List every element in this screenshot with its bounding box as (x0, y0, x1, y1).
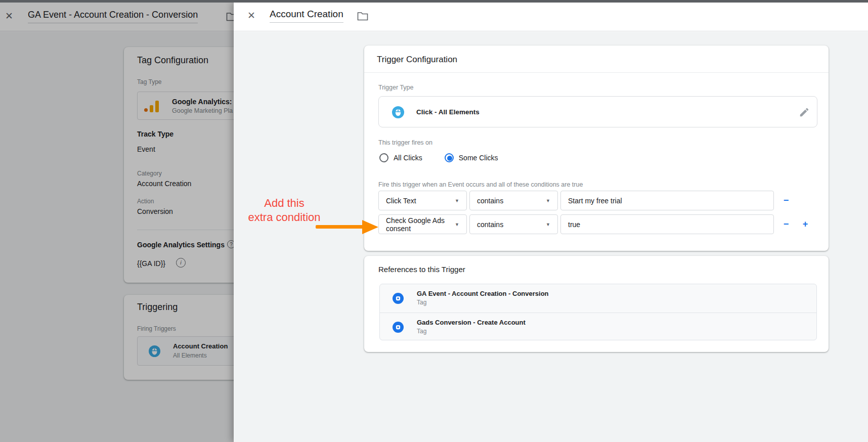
chevron-down-icon: ▼ (546, 222, 550, 227)
reference-type: Tag (417, 328, 426, 335)
annotation-arrow-head-icon (362, 220, 378, 234)
condition-variable-select[interactable]: Click Text ▼ (378, 191, 467, 210)
annotation-line2: extra condition (239, 210, 330, 225)
condition-operator-select[interactable]: contains ▼ (469, 214, 558, 234)
trigger-type-box[interactable]: Click - All Elements (378, 96, 817, 127)
fires-on-label: This trigger fires on (378, 139, 432, 146)
reference-row[interactable]: GA Event - Account Creation - Conversion… (380, 284, 816, 313)
card-header: Trigger Configuration (364, 46, 829, 73)
reference-type: Tag (417, 299, 426, 306)
condition-row: Click Text ▼ contains ▼ Start my free tr… (364, 191, 829, 210)
radio-all-clicks[interactable] (379, 153, 388, 162)
fires-on-radio-group: All Clicks Some Clicks (379, 152, 498, 164)
background-body: Tag Configuration Tag Type Google Analyt… (0, 32, 234, 442)
condition-variable-value: Check Google Ads consent (386, 216, 451, 233)
trigger-panel: ✕ Account Creation Trigger Configuration… (234, 3, 868, 442)
modal-dim-overlay-header (0, 3, 234, 32)
chevron-down-icon: ▼ (455, 198, 459, 203)
annotation-arrow-line (316, 225, 364, 229)
trigger-panel-header: ✕ Account Creation (234, 3, 868, 31)
conditions-label: Fire this trigger when an Event occurs a… (378, 181, 583, 188)
tag-icon (393, 293, 404, 304)
references-card: References to this Trigger GA Event - Ac… (364, 256, 829, 352)
trigger-config-title: Trigger Configuration (377, 55, 457, 65)
trigger-type-label: Trigger Type (378, 84, 413, 91)
close-icon[interactable]: ✕ (247, 11, 255, 20)
condition-operator-value: contains (477, 220, 503, 229)
folder-icon[interactable] (357, 12, 368, 21)
chevron-down-icon: ▼ (455, 222, 459, 227)
top-window-strip (0, 0, 868, 3)
condition-value-input[interactable]: true (560, 214, 774, 234)
condition-value-text: true (568, 220, 580, 229)
references-title: References to this Trigger (378, 265, 465, 274)
reference-name: Gads Conversion - Create Account (417, 319, 526, 326)
condition-value-input[interactable]: Start my free trial (560, 191, 774, 210)
reference-row[interactable]: Gads Conversion - Create Account Tag (380, 313, 816, 340)
condition-value-text: Start my free trial (568, 197, 622, 205)
condition-operator-value: contains (477, 197, 503, 205)
tag-icon (393, 322, 404, 333)
remove-condition-button[interactable]: − (780, 195, 792, 206)
references-list: GA Event - Account Creation - Conversion… (379, 284, 817, 340)
annotation-line1: Add this (239, 196, 330, 210)
trigger-configuration-card: Trigger Configuration Trigger Type Click… (364, 46, 829, 251)
annotation-text: Add this extra condition (239, 196, 330, 225)
remove-condition-button[interactable]: − (780, 218, 792, 230)
background-tag-editor: ✕ GA Event - Account Creation - Conversi… (0, 3, 234, 442)
radio-some-clicks[interactable] (445, 153, 454, 162)
radio-all-clicks-label[interactable]: All Clicks (394, 154, 422, 162)
trigger-panel-body: Trigger Configuration Trigger Type Click… (234, 32, 868, 442)
add-condition-button[interactable]: + (800, 218, 811, 230)
reference-name: GA Event - Account Creation - Conversion (417, 290, 549, 297)
chevron-down-icon: ▼ (546, 198, 550, 203)
condition-variable-select[interactable]: Check Google Ads consent ▼ (378, 214, 467, 234)
condition-row: Check Google Ads consent ▼ contains ▼ tr… (364, 214, 829, 234)
trigger-title[interactable]: Account Creation (270, 9, 343, 23)
trigger-type-value: Click - All Elements (416, 97, 480, 127)
condition-variable-value: Click Text (386, 197, 416, 205)
edit-pencil-icon[interactable] (799, 107, 810, 118)
condition-operator-select[interactable]: contains ▼ (469, 191, 558, 210)
click-trigger-icon (392, 106, 404, 118)
radio-some-clicks-label[interactable]: Some Clicks (459, 154, 498, 162)
modal-dim-overlay (0, 32, 234, 442)
